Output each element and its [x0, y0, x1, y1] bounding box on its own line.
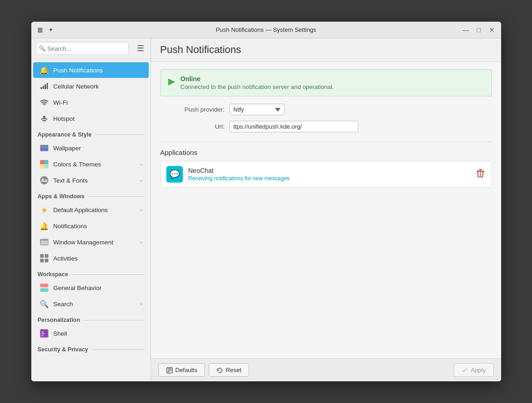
svg-point-4 [44, 105, 45, 106]
sidebar-item-label: Push Notifications [53, 67, 142, 74]
sidebar-item-shell[interactable]: Shell [33, 326, 149, 341]
sidebar-nav: 🔔 Push Notifications Cellular Network [31, 59, 151, 357]
provider-select[interactable]: Ntfy [229, 104, 285, 115]
svg-rect-20 [45, 254, 48, 258]
sidebar-item-activities[interactable]: Activities [33, 250, 149, 266]
sidebar-item-text-fonts[interactable]: Aa Text & Fonts › [33, 172, 149, 188]
sidebar-item-label: Window Management [53, 239, 136, 246]
apply-label: Apply [471, 367, 486, 373]
sidebar-item-label: Cellular Network [53, 83, 142, 90]
apply-icon [462, 367, 468, 373]
svg-rect-21 [40, 259, 44, 262]
svg-rect-3 [47, 83, 48, 89]
sidebar-item-notifications[interactable]: 🔔 Notifications [33, 218, 149, 234]
chevron-icon: › [140, 178, 142, 183]
sidebar-item-cellular-network[interactable]: Cellular Network [33, 78, 149, 94]
reset-button[interactable]: Reset [209, 363, 249, 377]
titlebar-controls: — □ ✕ [462, 25, 497, 35]
cellular-icon [40, 82, 49, 91]
reset-icon [216, 367, 223, 373]
svg-rect-1 [42, 86, 44, 89]
colors-themes-icon [40, 160, 49, 169]
sidebar-item-label: Default Applications [53, 207, 136, 213]
shell-icon [40, 329, 49, 338]
status-text: Online Connected to the push notificatio… [181, 75, 334, 90]
search-input[interactable] [36, 42, 129, 55]
chevron-icon: › [140, 207, 142, 213]
apps-section-header: Apps & Windows [31, 189, 151, 202]
svg-rect-24 [40, 288, 48, 292]
status-online-icon: ▶ [168, 76, 175, 87]
sidebar-item-colors-themes[interactable]: Colors & Themes › [33, 156, 149, 172]
svg-rect-9 [45, 146, 47, 148]
defaults-button[interactable]: Defaults [158, 363, 205, 377]
sidebar-item-hotspot[interactable]: Hotspot [33, 111, 149, 126]
svg-rect-13 [44, 164, 48, 168]
sidebar-item-label: Notifications [53, 223, 142, 230]
sidebar-item-general-behavior[interactable]: General Behavior [33, 280, 149, 296]
search-container: 🔍 [36, 42, 131, 55]
sidebar-item-wifi[interactable]: Wi-Fi [33, 95, 149, 110]
close-button[interactable]: ✕ [487, 25, 497, 35]
url-input[interactable] [229, 121, 358, 132]
status-description: Connected to the push notification serve… [181, 83, 334, 90]
svg-rect-0 [41, 87, 42, 89]
hotspot-icon [40, 114, 49, 123]
sidebar-item-default-applications[interactable]: ★ Default Applications › [33, 202, 149, 218]
app-delete-button[interactable] [475, 167, 486, 182]
sidebar-item-label: Wallpaper [53, 145, 142, 152]
titlebar-left: ▦ ✦ [36, 26, 55, 34]
pin-icon: ✦ [47, 26, 55, 34]
svg-rect-28 [41, 333, 45, 334]
general-behavior-icon [40, 283, 49, 292]
sidebar-item-label: Wi-Fi [53, 99, 142, 106]
minimize-button[interactable]: — [462, 25, 471, 35]
svg-rect-23 [40, 284, 48, 287]
activities-icon [40, 254, 49, 263]
security-section-header: Security & Privacy [31, 342, 151, 355]
provider-row: Push provider: Ntfy [160, 104, 492, 115]
svg-rect-12 [40, 164, 44, 168]
chevron-icon: › [140, 301, 142, 307]
sidebar-item-label: Shell [53, 330, 142, 337]
svg-rect-29 [41, 335, 43, 336]
sidebar-item-push-notifications[interactable]: 🔔 Push Notifications [33, 62, 149, 78]
svg-point-5 [44, 122, 45, 123]
appearance-section-header: Appearance & Style [31, 127, 151, 140]
sidebar: 🔍 ☰ 🔔 Push Notifications [31, 38, 151, 381]
maximize-button[interactable]: □ [474, 25, 484, 35]
sidebar-item-label: Search [53, 301, 136, 308]
sidebar-item-label: General Behavior [53, 284, 142, 291]
app-info: NeoChat Receiving notifications for new … [188, 167, 469, 182]
sidebar-item-wallpaper[interactable]: Wallpaper [33, 140, 149, 156]
content-header: Push Notifications [151, 38, 501, 62]
push-notifications-icon: 🔔 [40, 65, 49, 75]
svg-rect-17 [41, 241, 48, 245]
svg-rect-22 [45, 259, 48, 262]
sidebar-item-label: Activities [53, 255, 142, 262]
apply-button[interactable]: Apply [454, 363, 494, 377]
sidebar-item-label: Text & Fonts [53, 177, 136, 184]
search-sidebar-icon: 🔍 [40, 299, 49, 308]
svg-rect-30 [477, 171, 484, 172]
applications-title: Applications [160, 148, 492, 156]
chevron-icon: › [140, 161, 142, 167]
wallpaper-icon [40, 143, 49, 153]
url-label: Url: [160, 123, 225, 130]
svg-rect-18 [41, 239, 48, 241]
workspace-section-header: Workspace [31, 267, 151, 279]
bottom-bar: Defaults Reset Apply [151, 358, 501, 381]
app-item: 💬 NeoChat Receiving notifications for ne… [160, 161, 492, 188]
app-icon: ▦ [36, 26, 44, 34]
text-fonts-icon: Aa [40, 176, 49, 185]
hamburger-button[interactable]: ☰ [135, 42, 146, 54]
sidebar-item-search[interactable]: 🔍 Search › [33, 296, 149, 312]
app-name: NeoChat [188, 167, 469, 174]
app-icon: 💬 [166, 166, 183, 183]
svg-rect-31 [479, 169, 482, 170]
personalization-section-header: Personalization [31, 312, 151, 325]
window-management-icon [40, 237, 49, 247]
content-body: ▶ Online Connected to the push notificat… [151, 62, 501, 358]
sidebar-item-window-management[interactable]: Window Management › [33, 234, 149, 250]
defaults-label: Defaults [175, 367, 198, 373]
